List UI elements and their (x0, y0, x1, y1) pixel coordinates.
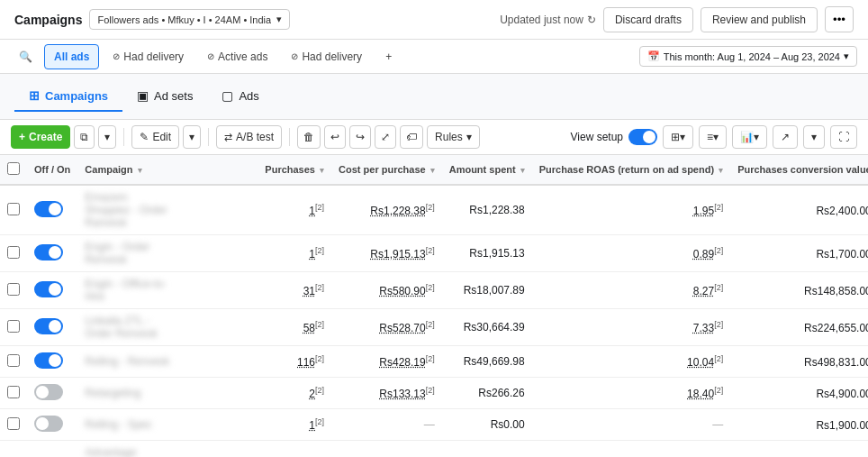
edit-button[interactable]: ✎ Edit (131, 125, 179, 149)
undo-button[interactable]: ↩ (324, 125, 346, 149)
campaign-selector[interactable]: Followers ads • Mfkuy • I • 24AM • India… (89, 9, 290, 30)
table-row: Emazem Shoppiez - Order Ranvesk ✎ ⧉ 📊 ••… (0, 185, 868, 235)
cost-cell-3: Rs528.70[2] (331, 309, 442, 346)
purchases-cell-2: 31[2] (258, 272, 331, 309)
row-copy-1[interactable]: ⧉ (194, 243, 208, 263)
toggle-0[interactable] (34, 201, 63, 217)
col-header-purchase-roas[interactable]: Purchase ROAS (return on ad spend) ▾ (532, 155, 730, 185)
copy-button[interactable]: ⧉ (74, 125, 95, 149)
row-checkbox-4[interactable] (7, 354, 20, 367)
row-chart-6[interactable]: 📊 (188, 416, 209, 434)
copy-dropdown-button[interactable]: ▾ (98, 125, 116, 149)
row-more-6[interactable]: ••• (211, 416, 229, 434)
amount-cell-5: Rs266.26 (442, 378, 532, 409)
row-checkbox-2[interactable] (7, 283, 20, 296)
update-status-text: Updated just now ↻ (500, 14, 596, 26)
row-copy-3[interactable]: ⧉ (194, 317, 208, 337)
row-edit-5[interactable]: ✎ (144, 384, 159, 403)
more-options-button[interactable]: ••• (825, 6, 854, 32)
row-more-2[interactable]: ••• (232, 281, 250, 300)
toggle-3[interactable] (34, 318, 63, 334)
toggle-5[interactable] (34, 384, 63, 400)
more-toolbar-button[interactable]: ▾ (803, 125, 825, 149)
col-header-campaign[interactable]: Campaign ▾ (77, 155, 258, 185)
toggle-6[interactable] (34, 416, 63, 432)
plus-create-icon: + (19, 131, 25, 143)
row-copy-4[interactable]: ⧉ (190, 352, 203, 371)
fullscreen-button[interactable]: ⛶ (830, 125, 857, 149)
create-button[interactable]: + Create (11, 125, 70, 149)
col-header-cost-per-purchase[interactable]: Cost per purchase ▾ (331, 155, 442, 185)
row-chart-0[interactable]: 📊 (210, 201, 231, 220)
row-chart-1[interactable]: 📊 (210, 244, 231, 263)
row-edit-6[interactable]: ✎ (156, 416, 171, 434)
amount-cell-0: Rs1,228.38 (442, 185, 532, 235)
toggle-2[interactable] (34, 281, 63, 297)
entity-tab-campaigns[interactable]: ⊞ Campaigns (14, 81, 122, 112)
review-publish-button[interactable]: Review and publish (701, 7, 818, 32)
redo-button[interactable]: ↪ (349, 125, 371, 149)
view-setup-toggle[interactable] (628, 129, 657, 145)
row-checkbox-6[interactable] (7, 417, 20, 430)
tab-add[interactable]: + (375, 44, 402, 69)
entity-tab-ad-sets[interactable]: ▣ Ad sets (122, 81, 207, 112)
row-chart-2[interactable]: 📊 (210, 281, 231, 300)
row-checkbox-5[interactable] (7, 386, 20, 398)
tab-all-ads-label: All ads (54, 50, 89, 63)
ab-test-button[interactable]: ⇄ A/B test (216, 125, 282, 149)
row-edit-3[interactable]: ✎ (177, 318, 193, 337)
entity-tab-ads[interactable]: ▢ Ads (207, 81, 273, 112)
conv-cell-3: Rs224,655.00[2] (730, 309, 868, 346)
tab-had-delivery-1[interactable]: ⊘ Had delivery (103, 44, 194, 69)
conv-cell-7: Rs0.00 (730, 441, 868, 458)
breakdown-button[interactable]: ≡▾ (699, 125, 727, 149)
row-more-3[interactable]: ••• (232, 318, 250, 337)
rules-button[interactable]: Rules ▾ (427, 125, 480, 149)
row-chart-3[interactable]: 📊 (210, 318, 231, 337)
tab-all-ads[interactable]: All ads (44, 44, 99, 69)
row-checkbox-1[interactable] (7, 246, 20, 259)
row-edit-4[interactable]: ✎ (173, 352, 188, 371)
select-all-checkbox[interactable] (7, 162, 20, 175)
row-checkbox-0[interactable] (7, 203, 20, 215)
conv-cell-1: Rs1,700.00[2] (730, 235, 868, 272)
tab-had-delivery-2[interactable]: ⊘ Had delivery (281, 44, 372, 69)
edit-icon: ✎ (140, 131, 149, 143)
date-filter[interactable]: 📅 This month: Aug 1, 2024 – Aug 23, 2024… (639, 46, 857, 67)
row-more-5[interactable]: ••• (199, 384, 217, 403)
row-more-1[interactable]: ••• (232, 244, 250, 263)
row-edit-1[interactable]: ✎ (177, 244, 193, 263)
row-copy-5[interactable]: ⧉ (161, 383, 175, 403)
discard-drafts-button[interactable]: Discard drafts (603, 7, 693, 32)
row-copy-2[interactable]: ⧉ (194, 280, 208, 300)
tab-active-ads[interactable]: ⊘ Active ads (197, 44, 277, 69)
tab-search[interactable]: 🔍 (11, 44, 41, 69)
col-header-amount-spent[interactable]: Amount spent ▾ (442, 155, 532, 185)
export-button[interactable]: ↗ (773, 125, 798, 149)
roas-cell-4: 10.04[2] (532, 346, 730, 378)
campaign-name-6: Relling - Spec (85, 418, 152, 431)
row-more-0[interactable]: ••• (232, 201, 250, 220)
amount-cell-6: Rs0.00 (442, 409, 532, 441)
row-more-4[interactable]: ••• (228, 352, 246, 371)
label-button[interactable]: 🏷 (400, 125, 423, 149)
toggle-4[interactable] (34, 352, 63, 369)
col-header-purchases-conversion[interactable]: Purchases conversion value ▾ (730, 155, 868, 185)
edit-dropdown-button[interactable]: ▾ (183, 125, 201, 149)
row-edit-0[interactable]: ✎ (177, 201, 193, 220)
refresh-icon[interactable]: ↻ (587, 14, 596, 26)
purchases-cell-1: 1[2] (258, 235, 331, 272)
move-button[interactable]: ⤢ (375, 125, 396, 149)
row-copy-0[interactable]: ⧉ (194, 200, 208, 220)
col-header-purchases[interactable]: Purchases ▾ (258, 155, 331, 185)
columns-button[interactable]: ⊞▾ (663, 125, 693, 149)
toggle-1[interactable] (34, 244, 63, 260)
row-chart-4[interactable]: 📊 (205, 352, 226, 371)
search-icon: 🔍 (19, 50, 32, 63)
delete-button[interactable]: 🗑 (297, 125, 321, 149)
row-chart-5[interactable]: 📊 (176, 384, 197, 403)
chart-button[interactable]: 📊▾ (732, 125, 767, 149)
row-checkbox-3[interactable] (7, 320, 20, 333)
row-copy-6[interactable]: ⧉ (173, 415, 186, 434)
row-edit-2[interactable]: ✎ (177, 281, 193, 300)
